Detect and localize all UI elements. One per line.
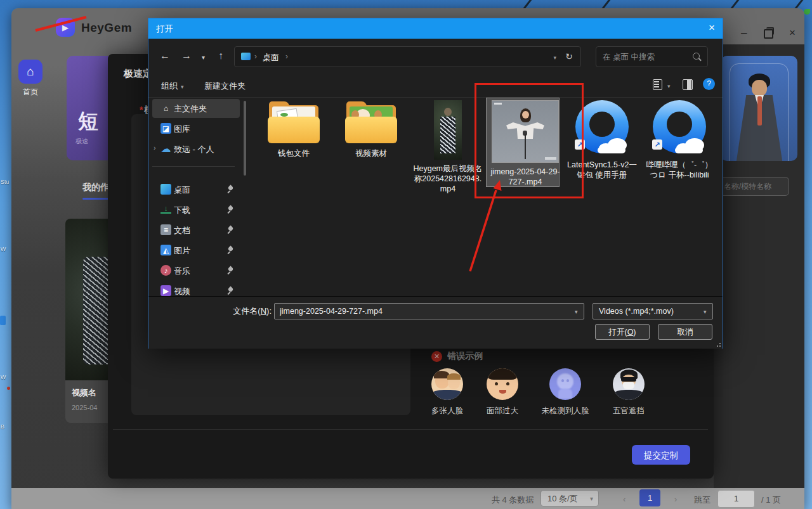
annotation-arrow	[0, 0, 812, 509]
